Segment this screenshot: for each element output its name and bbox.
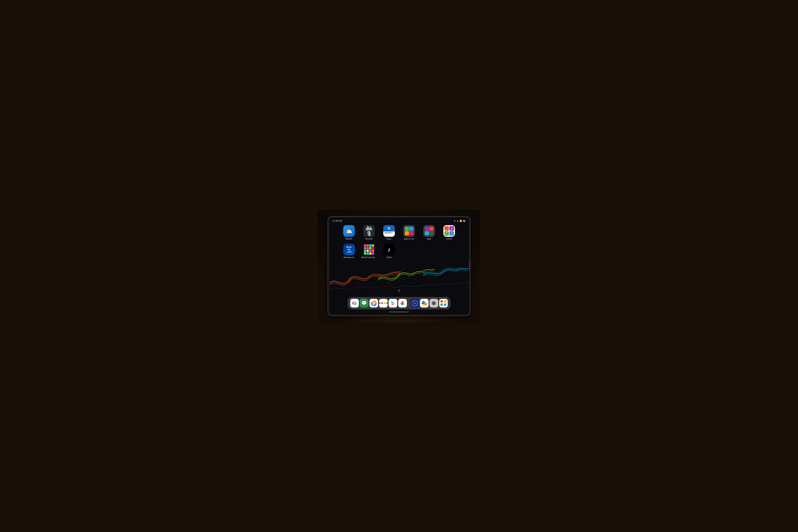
- svg-point-38: [450, 272, 450, 272]
- app-item-tiktok[interactable]: ♪ ♪ ♪ TikTok: [380, 244, 398, 258]
- app-item-weather[interactable]: Weather: [340, 225, 358, 240]
- home-indicator: [389, 311, 409, 312]
- app-item-apps[interactable]: Apps: [420, 225, 438, 240]
- svg-point-22: [399, 275, 399, 276]
- dock-entertainment[interactable]: 🎭: [420, 299, 429, 307]
- app-grid: Weather: [340, 225, 458, 258]
- apps-for-you-icon[interactable]: [403, 225, 415, 237]
- dock-photos[interactable]: [398, 299, 407, 307]
- svg-point-12: [344, 287, 344, 287]
- status-bar: 11:30 AM ★ ▲ 📶 ▮▮: [330, 218, 468, 224]
- svg-point-1: [337, 280, 337, 280]
- apps-label: Apps: [427, 238, 431, 240]
- svg-point-58: [401, 303, 403, 305]
- svg-point-20: [389, 282, 390, 283]
- status-icons: ★ ▲ 📶 ▮▮: [454, 220, 466, 222]
- svg-point-15: [361, 286, 361, 286]
- svg-point-30: [401, 277, 402, 278]
- dock-launcher[interactable]: [439, 299, 448, 307]
- svg-point-16: [366, 280, 366, 281]
- dock: 💬: [347, 297, 451, 309]
- games-label: Games: [446, 238, 452, 240]
- svg-point-46: [442, 274, 442, 275]
- svg-point-45: [437, 279, 438, 279]
- dock-settings[interactable]: [430, 299, 438, 307]
- svg-point-39: [454, 269, 455, 270]
- svg-point-28: [392, 284, 392, 285]
- dock-google[interactable]: [350, 299, 359, 307]
- svg-point-44: [433, 271, 433, 272]
- svg-point-34: [430, 269, 431, 269]
- svg-point-4: [349, 278, 349, 278]
- signal-icon: ▲: [457, 220, 459, 222]
- block-puzzle-label: Block Puzzle Adventure: [362, 256, 377, 258]
- news-icon[interactable]: G: [383, 225, 395, 237]
- svg-point-23: [404, 269, 404, 269]
- tablet: 11:30 AM ★ ▲ 📶 ▮▮ Weather: [328, 216, 470, 316]
- dock-arrow[interactable]: ⋀: [398, 289, 400, 292]
- svg-point-32: [411, 279, 411, 279]
- app-item-recorder[interactable]: Recorder: [360, 225, 378, 240]
- svg-point-18: [379, 278, 380, 278]
- svg-point-27: [387, 276, 387, 276]
- weather-label: Weather: [345, 238, 352, 240]
- svg-point-21: [394, 276, 394, 277]
- app-item-games[interactable]: 🎮 ⭐ 🏆 🎯 Games: [440, 225, 458, 240]
- news-label: News: [387, 238, 392, 240]
- svg-point-7: [363, 278, 364, 279]
- svg-point-54: [373, 302, 375, 304]
- svg-point-41: [465, 270, 466, 270]
- svg-point-31: [406, 271, 406, 272]
- camera: [399, 220, 399, 221]
- booking-icon[interactable]: Booking.com: [343, 244, 355, 255]
- scene: 11:30 AM ★ ▲ 📶 ▮▮ Weather: [318, 210, 480, 322]
- svg-point-35: [435, 277, 436, 277]
- svg-point-11: [339, 282, 339, 282]
- dock-chrome[interactable]: [369, 299, 378, 307]
- svg-point-19: [384, 274, 385, 274]
- tiktok-icon[interactable]: ♪ ♪ ♪: [383, 244, 395, 255]
- svg-point-48: [452, 274, 452, 274]
- dock-assistant[interactable]: [379, 299, 388, 307]
- svg-point-2: [341, 288, 341, 288]
- svg-point-24: [408, 277, 409, 277]
- app-item-news[interactable]: G News: [380, 225, 398, 240]
- wifi-icon: 📶: [460, 220, 462, 222]
- svg-point-14: [356, 275, 357, 276]
- svg-point-17: [371, 275, 371, 276]
- svg-point-6: [358, 284, 359, 284]
- svg-point-50: [462, 271, 462, 271]
- app-item-apps-for-you[interactable]: Apps for you: [400, 225, 418, 240]
- app-item-booking[interactable]: Booking.com Booking.com: [340, 244, 358, 258]
- svg-point-43: [428, 276, 428, 277]
- svg-point-33: [425, 274, 426, 274]
- battery-icon: ▮▮: [463, 220, 466, 222]
- screen: 11:30 AM ★ ▲ 📶 ▮▮ Weather: [330, 218, 468, 314]
- svg-point-40: [460, 269, 461, 269]
- svg-point-47: [447, 269, 447, 269]
- tiktok-label: TikTok: [386, 256, 392, 258]
- svg-point-3: [345, 280, 345, 281]
- block-puzzle-icon[interactable]: [363, 244, 375, 255]
- dock-divider: [408, 300, 409, 307]
- dock-clock[interactable]: [411, 299, 419, 307]
- dock-messages[interactable]: 💬: [360, 299, 368, 307]
- booking-label: Booking.com: [344, 256, 354, 258]
- svg-point-13: [350, 282, 351, 282]
- bluetooth-icon: ★: [454, 220, 456, 222]
- svg-point-51: [467, 272, 467, 272]
- svg-point-37: [445, 266, 445, 267]
- svg-point-49: [457, 271, 457, 272]
- app-item-block-puzzle[interactable]: Block Puzzle Adventure: [360, 244, 378, 258]
- clock-time: 11:30 AM: [332, 220, 342, 222]
- svg-point-8: [368, 277, 369, 277]
- recorder-icon[interactable]: [363, 225, 375, 237]
- apps-icon[interactable]: [423, 225, 435, 237]
- dock-play[interactable]: [389, 299, 397, 307]
- svg-point-9: [373, 272, 374, 273]
- svg-point-10: [334, 286, 335, 286]
- weather-icon[interactable]: [343, 225, 355, 237]
- svg-point-36: [440, 272, 440, 272]
- svg-point-0: [332, 284, 333, 284]
- games-icon[interactable]: 🎮 ⭐ 🏆 🎯: [443, 225, 455, 237]
